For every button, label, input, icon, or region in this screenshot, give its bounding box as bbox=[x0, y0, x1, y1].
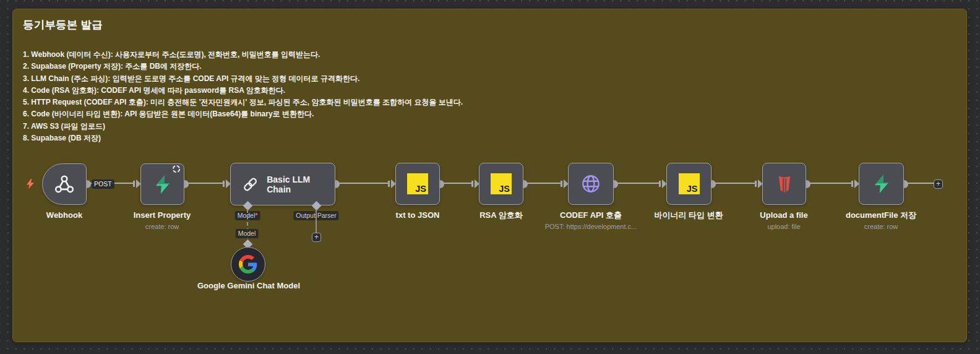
webhook-icon bbox=[53, 173, 75, 196]
node-google-gemini[interactable] bbox=[231, 247, 265, 282]
connection-codef-binary[interactable] bbox=[617, 183, 659, 184]
node-subtitle-codef-api: POST: https://development.c... bbox=[517, 223, 665, 230]
javascript-icon: JS bbox=[407, 173, 428, 194]
node-label-google-gemini: Google Gemini Chat Model bbox=[196, 281, 301, 291]
connection-docfile-plus[interactable] bbox=[908, 183, 934, 184]
node-upload-file[interactable] bbox=[762, 163, 806, 205]
node-binary-convert[interactable]: JS bbox=[666, 163, 711, 205]
node-docfile-save[interactable] bbox=[859, 163, 904, 205]
node-label-insert-property: Insert Property bbox=[94, 210, 230, 220]
sticky-line: 1. Webhook (데이터 수신): 사용자로부터 주소(도로명), 전화번… bbox=[23, 49, 966, 61]
globe-icon bbox=[580, 173, 602, 195]
connection-llm-txtjson[interactable] bbox=[339, 183, 388, 184]
javascript-icon: JS bbox=[491, 173, 512, 194]
sticky-line: 2. Supabase (Property 저장): 주소를 DB에 저장한다. bbox=[23, 61, 966, 72]
node-codef-api[interactable] bbox=[568, 163, 614, 205]
connection-rsa-codef[interactable] bbox=[527, 183, 561, 184]
model-wire-label: Model bbox=[236, 229, 259, 238]
aws-s3-icon bbox=[775, 173, 794, 194]
connection-binary-upload[interactable] bbox=[715, 183, 755, 184]
node-title-basic-llm-chain: Basic LLM Chain bbox=[267, 175, 335, 194]
js-badge-text: JS bbox=[415, 184, 426, 194]
add-output-parser-button[interactable]: + bbox=[312, 233, 321, 242]
sticky-line: 3. LLM Chain (주소 파싱): 입력받은 도로명 주소를 CODE … bbox=[23, 73, 966, 85]
connection-upload-docfile[interactable] bbox=[810, 183, 851, 184]
node-webhook[interactable] bbox=[42, 163, 87, 205]
connection-txtjson-rsa[interactable] bbox=[444, 183, 471, 184]
node-subtitle-docfile-save: create: row bbox=[807, 223, 955, 230]
sticky-title: 등기부등본 발급 bbox=[23, 17, 966, 32]
node-txt-to-json[interactable]: JS bbox=[395, 163, 440, 205]
sticky-line: 7. AWS S3 (파일 업로드) bbox=[23, 121, 966, 132]
required-asterisk: * bbox=[255, 212, 257, 219]
node-subtitle-insert-property: create: row bbox=[88, 223, 236, 230]
sticky-line: 6. Code (바이너리 타입 변환): API 응답받은 원본 데이터(Ba… bbox=[23, 108, 966, 120]
chain-link-icon bbox=[241, 175, 259, 194]
node-rsa-encrypt[interactable]: JS bbox=[479, 163, 523, 205]
supabase-icon bbox=[871, 173, 892, 194]
supabase-icon bbox=[152, 174, 173, 195]
google-icon bbox=[239, 255, 257, 274]
connection-insert-llm[interactable] bbox=[188, 183, 223, 184]
sync-loop-icon bbox=[172, 165, 181, 173]
sticky-line: 8. Supabase (DB 저장) bbox=[23, 132, 966, 144]
sticky-body: 1. Webhook (데이터 수신): 사용자로부터 주소(도로명), 전화번… bbox=[23, 49, 966, 144]
sticky-line: 4. Code (RSA 암호화): CODEF API 명세에 따라 pass… bbox=[23, 85, 966, 97]
connection-output-parser-stub[interactable] bbox=[316, 209, 317, 234]
js-badge-text: JS bbox=[499, 184, 510, 194]
trigger-bolt-icon bbox=[27, 179, 34, 189]
sticky-line: 5. HTTP Request (CODEF API 호출): 미리 충전해둔 … bbox=[23, 97, 966, 108]
javascript-icon: JS bbox=[679, 173, 700, 194]
workflow-canvas[interactable]: 등기부등본 발급 1. Webhook (데이터 수신): 사용자로부터 주소(… bbox=[0, 0, 980, 354]
js-badge-text: JS bbox=[687, 184, 698, 194]
node-basic-llm-chain[interactable]: Basic LLM Chain bbox=[230, 163, 335, 205]
connection-label-post: POST bbox=[92, 179, 114, 189]
add-node-button[interactable]: + bbox=[934, 179, 943, 189]
node-label-docfile-save: documentFile 저장 bbox=[813, 210, 949, 220]
